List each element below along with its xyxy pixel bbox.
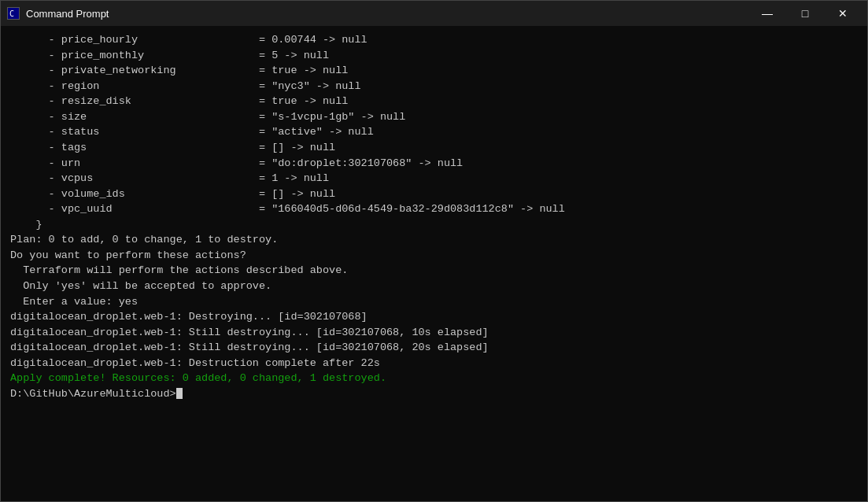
terminal-line: - tags = [] -> null	[10, 140, 858, 156]
terminal-line: - vpc_uuid = "166040d5-d06d-4549-ba32-29…	[10, 201, 858, 217]
terminal-line: Only 'yes' will be accepted to approve.	[10, 279, 858, 294]
terminal-line: - resize_disk = true -> null	[10, 94, 858, 109]
terminal-line: digitalocean_droplet.web-1: Destruction …	[10, 356, 858, 371]
command-prompt-window: C Command Prompt — □ ✕ - price_hourly = …	[0, 0, 868, 502]
terminal-line: D:\GitHub\AzureMulticloud>	[10, 386, 858, 402]
terminal-line: - price_hourly = 0.00744 -> null	[10, 32, 858, 48]
minimize-button[interactable]: —	[749, 1, 785, 26]
window-title: Command Prompt	[26, 8, 109, 20]
terminal-line: Do you want to perform these actions?	[10, 248, 858, 264]
terminal-line: digitalocean_droplet.web-1: Destroying..…	[10, 309, 858, 325]
terminal-line: - status = "active" -> null	[10, 124, 858, 140]
terminal-line: Plan: 0 to add, 0 to change, 1 to destro…	[10, 232, 858, 248]
window-controls: — □ ✕	[749, 1, 861, 26]
svg-text:C: C	[9, 9, 14, 18]
terminal-line: - price_monthly = 5 -> null	[10, 48, 858, 64]
terminal-line: - region = "nyc3" -> null	[10, 79, 858, 94]
cursor	[176, 388, 183, 399]
title-bar: C Command Prompt — □ ✕	[1, 1, 867, 26]
maximize-button[interactable]: □	[787, 1, 823, 26]
terminal-line: digitalocean_droplet.web-1: Still destro…	[10, 325, 858, 341]
terminal-output[interactable]: - price_hourly = 0.00744 -> null - price…	[1, 26, 867, 501]
terminal-line: - vcpus = 1 -> null	[10, 171, 858, 186]
terminal-line: - size = "s-1vcpu-1gb" -> null	[10, 109, 858, 125]
terminal-line: Terraform will perform the actions descr…	[10, 263, 858, 279]
terminal-line: digitalocean_droplet.web-1: Still destro…	[10, 340, 858, 356]
terminal-line: - private_networking = true -> null	[10, 63, 858, 79]
terminal-line: }	[10, 217, 858, 233]
title-bar-left: C Command Prompt	[7, 7, 109, 20]
terminal-line: - urn = "do:droplet:302107068" -> null	[10, 156, 858, 172]
close-button[interactable]: ✕	[825, 1, 861, 26]
terminal-line: - volume_ids = [] -> null	[10, 186, 858, 202]
cmd-icon: C	[7, 7, 20, 20]
terminal-line: Enter a value: yes	[10, 294, 858, 310]
terminal-line: Apply complete! Resources: 0 added, 0 ch…	[10, 371, 858, 386]
